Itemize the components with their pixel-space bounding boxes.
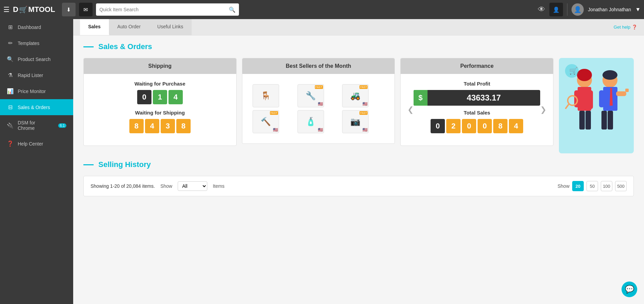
chrome-badge: 6.1 xyxy=(58,123,66,128)
sales-orders-icon: ⊟ xyxy=(7,104,14,110)
logo-cart-icon: 🛒 xyxy=(19,5,28,14)
svg-rect-12 xyxy=(616,91,626,96)
performance-header: Performance xyxy=(401,58,553,74)
page-100-btn[interactable]: 100 xyxy=(601,181,612,191)
help-center-icon: ❓ xyxy=(7,140,14,147)
chevron-down-icon[interactable]: ▼ xyxy=(635,6,641,13)
svg-rect-14 xyxy=(601,111,607,130)
sales-digit-0b: 0 xyxy=(462,119,476,133)
info-bar: Showing 1-20 of 20,084 items. Show All A… xyxy=(83,176,634,196)
svg-rect-11 xyxy=(599,90,604,107)
digit-4: 4 xyxy=(168,90,183,104)
sidebar-item-templates[interactable]: ✏ Templates xyxy=(0,35,73,51)
avatar: 👤 xyxy=(571,3,584,16)
sidebar-label-price-monitor: Price Monitor xyxy=(18,89,46,94)
dsm-chrome-icon: 🔌 xyxy=(7,122,14,129)
digit-8: 8 xyxy=(129,119,144,133)
page-show-label: Show xyxy=(558,183,569,189)
sidebar-item-dsm-chrome[interactable]: 🔌 DSM for Chrome 6.1 xyxy=(0,115,73,136)
sidebar-label-dsm-chrome: DSM for Chrome xyxy=(18,120,53,131)
eye-icon[interactable]: 👁 xyxy=(538,5,545,14)
search-input[interactable] xyxy=(99,7,229,12)
illustration: 🛒 xyxy=(559,58,634,153)
sidebar-item-dashboard[interactable]: ⊞ Dashboard xyxy=(0,19,73,35)
sidebar: ⊞ Dashboard ✏ Templates 🔍 Product Search… xyxy=(0,19,73,304)
flag-icon-3: 🇺🇸 xyxy=(363,102,368,106)
sidebar-item-sales-orders[interactable]: ⊟ Sales & Orders xyxy=(0,99,73,115)
user-card-button[interactable]: 👤 xyxy=(549,3,563,16)
show-label: Show xyxy=(160,183,172,189)
fast-badge-2: FAST xyxy=(315,85,323,89)
profit-dollar-sign: $ xyxy=(414,90,427,106)
tab-useful-links[interactable]: Useful Links xyxy=(149,19,192,35)
svg-rect-5 xyxy=(585,111,591,130)
performance-card: Performance ❮ Total Profit $ 43633.17 To… xyxy=(400,58,553,146)
next-nav-btn[interactable]: ❯ xyxy=(540,105,546,114)
logo: D🛒MTOOL xyxy=(13,5,55,14)
sales-digit-2: 2 xyxy=(446,119,461,133)
product-5[interactable]: 🧴 🇺🇸 xyxy=(297,110,324,133)
digit-0: 0 xyxy=(137,90,151,104)
waiting-purchase-label: Waiting for Purchase xyxy=(91,81,229,87)
sidebar-label-help-center: Help Center xyxy=(18,141,43,147)
perf-nav: ❮ Total Profit $ 43633.17 Total Sales 0 xyxy=(407,81,546,139)
product-4[interactable]: 🔨 🇺🇸 FAST xyxy=(253,110,279,133)
prev-nav-btn[interactable]: ❮ xyxy=(407,105,414,114)
filter-select[interactable]: All Active Inactive xyxy=(178,181,207,191)
logo-text: D xyxy=(13,5,18,14)
waiting-purchase-digits: 0 1 4 xyxy=(91,90,229,104)
flag-icon-2: 🇺🇸 xyxy=(318,102,323,106)
fast-badge-3: FAST xyxy=(359,85,368,89)
digit-1: 1 xyxy=(153,90,167,104)
page-50-btn[interactable]: 50 xyxy=(586,181,598,191)
best-sellers-card: Best Sellers of the Month 🪑 🔧 🇺🇸 FAST 🚜 xyxy=(242,58,395,144)
sidebar-label-sales-orders: Sales & Orders xyxy=(18,105,50,110)
chat-button[interactable]: 💬 xyxy=(622,282,637,297)
download-button[interactable]: ⬇ xyxy=(62,3,76,16)
sidebar-item-price-monitor[interactable]: 📊 Price Monitor xyxy=(0,83,73,99)
best-sellers-grid: 🪑 🔧 🇺🇸 FAST 🚜 🇺🇸 FAST xyxy=(249,81,388,137)
waiting-shipping-digits: 8 4 3 8 xyxy=(91,119,229,133)
separator xyxy=(567,3,567,16)
sales-digit-0c: 0 xyxy=(478,119,492,133)
product-6[interactable]: 📷 🇺🇸 FAST xyxy=(342,110,369,133)
sales-orders-section: Sales & Orders Shipping Waiting for Purc… xyxy=(73,35,644,160)
waiting-shipping-label: Waiting for Shipping xyxy=(91,110,229,116)
svg-rect-4 xyxy=(579,111,585,130)
sidebar-label-rapid-lister: Rapid Lister xyxy=(18,73,43,78)
page-20-btn[interactable]: 20 xyxy=(572,181,584,191)
fast-badge-4: FAST xyxy=(270,111,278,115)
tab-sales[interactable]: Sales xyxy=(80,19,109,35)
header-right: 👁 👤 👤 Jonathan Johnathan ▼ xyxy=(538,3,641,16)
items-label: Items xyxy=(213,183,224,189)
page-500-btn[interactable]: 500 xyxy=(615,181,627,191)
svg-text:🛒: 🛒 xyxy=(569,67,578,75)
product-1[interactable]: 🪑 xyxy=(253,84,279,107)
product-3[interactable]: 🚜 🇺🇸 FAST xyxy=(342,84,369,107)
flag-icon-4: 🇺🇸 xyxy=(273,127,278,132)
menu-icon[interactable]: ☰ xyxy=(3,5,10,14)
digit-3: 3 xyxy=(161,119,175,133)
best-sellers-body: 🪑 🔧 🇺🇸 FAST 🚜 🇺🇸 FAST xyxy=(242,74,395,143)
digit-8b: 8 xyxy=(176,119,191,133)
sidebar-item-help-center[interactable]: ❓ Help Center xyxy=(0,136,73,152)
shipping-card: Shipping Waiting for Purchase 0 1 4 Wait… xyxy=(83,58,237,146)
tab-auto-order[interactable]: Auto Order xyxy=(109,19,149,35)
showing-text: Showing 1-20 of 20,084 items. xyxy=(91,183,155,189)
section-title-bar xyxy=(83,46,94,47)
flag-icon-5: 🇺🇸 xyxy=(318,127,323,132)
sidebar-item-product-search[interactable]: 🔍 Product Search xyxy=(0,51,73,67)
product-search-icon: 🔍 xyxy=(7,56,14,62)
svg-point-17 xyxy=(602,70,617,80)
shipping-card-body: Waiting for Purchase 0 1 4 Waiting for S… xyxy=(84,74,236,146)
svg-rect-3 xyxy=(588,90,593,109)
sidebar-label-dashboard: Dashboard xyxy=(18,25,41,30)
profit-box: $ 43633.17 xyxy=(414,90,540,106)
sidebar-label-product-search: Product Search xyxy=(18,57,51,62)
sidebar-item-rapid-lister[interactable]: ⚗ Rapid Lister xyxy=(0,67,73,83)
get-help-link[interactable]: Get help ❓ xyxy=(614,25,637,30)
mail-button[interactable]: ✉ xyxy=(79,3,93,16)
product-2[interactable]: 🔧 🇺🇸 FAST xyxy=(297,84,324,107)
section-title-text: Sales & Orders xyxy=(98,42,152,51)
sales-digits: 0 2 0 0 8 4 xyxy=(414,119,540,133)
